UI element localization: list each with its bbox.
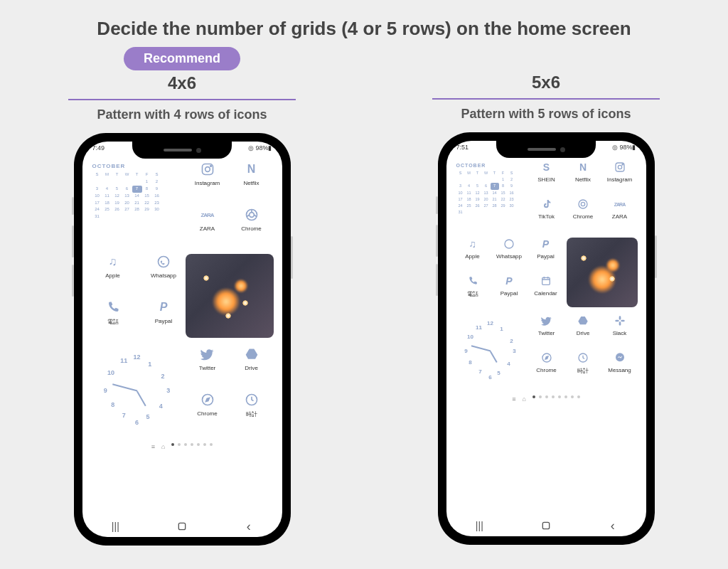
grid-label-4x6: 4x6	[168, 73, 196, 93]
instagram-icon	[614, 161, 626, 174]
calendar-grid: SMTWTFS123456789101112131415161718192021…	[456, 170, 516, 216]
app-netflix[interactable]: NNetflix	[230, 161, 274, 204]
svg-point-11	[622, 164, 623, 165]
phone-frame-4x6: 7:49 ◎ 98%▮ OCTOBER SMTWTFS1234567891011…	[74, 133, 291, 546]
app-paypal2[interactable]: PPaypal	[491, 275, 527, 312]
calendar-icon	[540, 275, 552, 287]
home-screen-4x6[interactable]: OCTOBER SMTWTFS1234567891011121314151617…	[91, 161, 274, 513]
svg-rect-18	[615, 320, 619, 322]
calendar-month: OCTOBER	[456, 162, 525, 169]
android-navbar[interactable]: ||| ‹	[446, 521, 646, 531]
app-twitter[interactable]: Twitter	[529, 314, 564, 351]
svg-rect-19	[621, 320, 624, 322]
app-instagram[interactable]: Instagram	[186, 161, 230, 204]
app-phone[interactable]: 電話	[455, 275, 491, 312]
app-label: Twitter	[538, 330, 555, 336]
side-button	[655, 235, 657, 278]
app-zara[interactable]: ZARAZARA	[186, 207, 230, 250]
recents-button[interactable]: |||	[473, 521, 486, 531]
clock-icon	[244, 392, 259, 408]
zara-icon: ZARA	[200, 207, 215, 223]
app-paypal[interactable]: PPaypal	[528, 238, 564, 275]
side-button	[436, 225, 438, 257]
whatsapp-icon	[503, 238, 515, 250]
app-slack[interactable]: Slack	[602, 314, 638, 351]
whatsapp-icon	[156, 254, 171, 270]
status-right: ◎ 98%▮	[612, 144, 636, 151]
clock-widget[interactable]: 12 11 1 2 3 4 5 6 7 8 9 10	[91, 346, 183, 435]
app-chrome2[interactable]: Chrome	[529, 351, 564, 388]
app-label: Apple	[105, 272, 119, 279]
phone-screen: 7:51 ◎ 98%▮ OCTOBER SMTWTFS1234567891011…	[446, 141, 646, 536]
app-zara[interactable]: ZARAZARA	[602, 198, 638, 235]
divider	[432, 98, 660, 100]
back-button[interactable]: ‹	[242, 521, 255, 531]
android-navbar[interactable]: ||| ‹	[82, 521, 282, 531]
app-label: Chrome	[536, 367, 556, 373]
calendar-widget[interactable]: OCTOBER SMTWTFS1234567891011121314151617…	[91, 161, 186, 250]
app-shein[interactable]: SSHEIN	[529, 161, 564, 198]
page-indicator[interactable]: ≡⌂	[91, 443, 274, 450]
home-button[interactable]	[176, 521, 188, 531]
app-netflix[interactable]: NNetflix	[565, 161, 601, 198]
notch	[132, 142, 232, 159]
paypal-icon: P	[156, 299, 171, 315]
app-apple-music[interactable]: ♫Apple	[91, 254, 135, 297]
svg-rect-23	[542, 522, 549, 528]
music-icon: ♫	[105, 254, 121, 270]
compass-icon	[540, 351, 553, 364]
drive-icon	[244, 346, 259, 362]
app-label: Messang	[608, 367, 631, 373]
app-chrome[interactable]: Chrome	[230, 207, 274, 250]
phone-icon	[466, 275, 479, 287]
home-button[interactable]	[540, 521, 552, 531]
app-whatsapp[interactable]: Whatsapp	[141, 254, 186, 297]
side-button	[72, 225, 74, 257]
app-tiktok[interactable]: TikTok	[529, 198, 564, 235]
recents-button[interactable]: |||	[109, 521, 122, 531]
side-button	[291, 236, 293, 279]
app-label: Netflix	[575, 176, 591, 183]
side-button	[436, 264, 438, 296]
clock-icon	[577, 351, 589, 364]
app-apple-music[interactable]: ♫Apple	[455, 238, 491, 275]
app-label: Chrome	[573, 213, 593, 220]
home-screen-5x6[interactable]: OCTOBER SMTWTFS1234567891011121314151617…	[455, 161, 638, 512]
comparison-columns: Recommend 4x6 Pattern with 4 rows of ico…	[0, 47, 728, 546]
back-button[interactable]: ‹	[606, 521, 619, 531]
calendar-widget[interactable]: OCTOBER SMTWTFS1234567891011121314151617…	[455, 161, 526, 233]
svg-point-2	[210, 166, 211, 167]
app-chrome2[interactable]: Chrome	[186, 392, 230, 435]
app-messenger[interactable]: Messang	[602, 351, 638, 388]
photo-widget[interactable]	[567, 238, 638, 307]
svg-point-1	[205, 167, 210, 172]
app-calendar[interactable]: Calendar	[528, 275, 564, 312]
page-indicator[interactable]: ≡⌂	[455, 395, 638, 403]
svg-point-12	[579, 200, 587, 208]
app-label: Calendar	[534, 290, 557, 297]
app-clock[interactable]: 時計	[565, 351, 601, 388]
clock-widget[interactable]: 12 11 1 2 3 4 5 6 7 8 9 10	[455, 314, 526, 387]
svg-point-14	[505, 240, 513, 248]
app-label: Whatsapp	[151, 272, 176, 279]
app-twitter[interactable]: Twitter	[186, 346, 230, 389]
status-time: 7:51	[456, 144, 469, 151]
app-phone[interactable]: 電話	[91, 299, 135, 342]
page-title: Decide the number of grids (4 or 5 rows)…	[0, 0, 728, 40]
photo-widget[interactable]	[186, 254, 274, 338]
app-whatsapp[interactable]: Whatsapp	[491, 238, 527, 275]
app-label: Paypal	[500, 290, 518, 297]
calendar-month: OCTOBER	[92, 163, 184, 170]
app-clock[interactable]: 時計	[230, 392, 274, 435]
tiktok-icon	[540, 198, 553, 211]
instagram-icon	[200, 161, 215, 177]
grid-label-5x6: 5x6	[532, 73, 560, 92]
app-instagram[interactable]: Instagram	[602, 161, 638, 198]
side-button	[72, 197, 74, 215]
app-chrome[interactable]: Chrome	[565, 198, 601, 235]
app-drive[interactable]: Drive	[230, 346, 274, 389]
app-drive[interactable]: Drive	[565, 314, 601, 351]
app-paypal[interactable]: PPaypal	[141, 299, 186, 342]
netflix-icon: N	[577, 161, 589, 174]
zara-icon: ZARA	[614, 198, 626, 211]
